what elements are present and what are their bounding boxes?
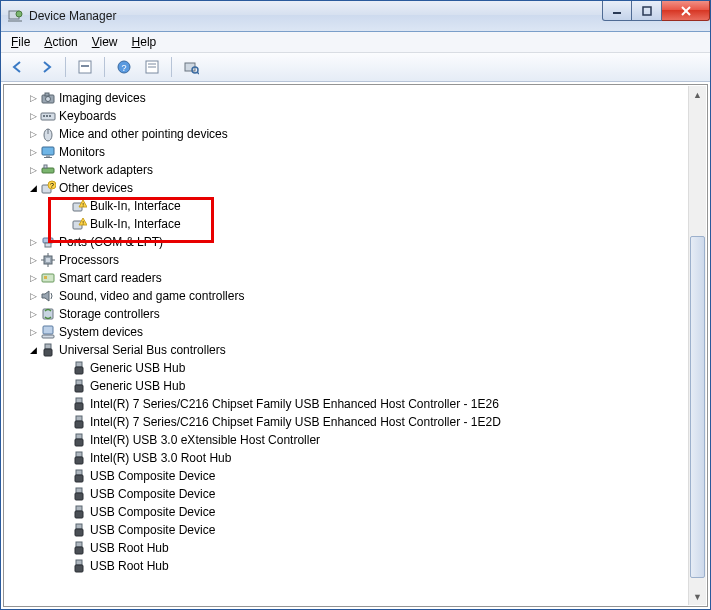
tree-item[interactable]: Bulk-In, Interface [8,215,689,233]
toolbar-separator [171,57,172,77]
tree-item-label: USB Composite Device [88,467,215,485]
usb-icon [70,522,88,538]
toolbar [1,53,710,82]
tree-item-label: Intel(R) USB 3.0 Root Hub [88,449,231,467]
menu-view[interactable]: View [86,34,124,50]
usb-icon [70,360,88,376]
tree-item-label: Bulk-In, Interface [88,197,181,215]
window-title: Device Manager [29,9,116,23]
menu-help[interactable]: Help [126,34,163,50]
tree-category[interactable]: ▷Imaging devices [8,89,689,107]
tree-category[interactable]: ▷Smart card readers [8,269,689,287]
expand-collapse-icon[interactable]: ▷ [27,305,39,323]
tree-category[interactable]: ▷Storage controllers [8,305,689,323]
expand-collapse-icon[interactable]: ▷ [27,125,39,143]
scan-hardware-button[interactable] [178,55,204,79]
scroll-thumb[interactable] [690,236,705,578]
tree-item[interactable]: Intel(R) USB 3.0 eXtensible Host Control… [8,431,689,449]
tree-category[interactable]: ▷Keyboards [8,107,689,125]
usb-icon [70,450,88,466]
tree-category[interactable]: ▷Monitors [8,143,689,161]
tree-item-label: Ports (COM & LPT) [57,233,163,251]
close-button[interactable] [662,1,710,21]
tree-panel: ▷Imaging devices▷Keyboards▷Mice and othe… [3,84,708,607]
tree-item[interactable]: USB Root Hub [8,557,689,575]
expand-collapse-icon[interactable]: ▷ [27,233,39,251]
usb-icon [39,342,57,358]
tree-item-label: Network adapters [57,161,153,179]
usb-icon [70,540,88,556]
show-hidden-button[interactable] [72,55,98,79]
expand-collapse-icon[interactable]: ▷ [27,143,39,161]
tree-category[interactable]: ◢Universal Serial Bus controllers [8,341,689,359]
tree-item[interactable]: Intel(R) 7 Series/C216 Chipset Family US… [8,395,689,413]
tree-item[interactable]: Bulk-In, Interface [8,197,689,215]
tree-item-label: Smart card readers [57,269,162,287]
scroll-down-button[interactable]: ▼ [689,588,706,605]
tree-item-label: Storage controllers [57,305,160,323]
tree-category[interactable]: ▷Network adapters [8,161,689,179]
expand-collapse-icon[interactable]: ▷ [27,107,39,125]
tree-item[interactable]: USB Composite Device [8,485,689,503]
properties-button[interactable] [139,55,165,79]
titlebar[interactable]: Device Manager [1,1,710,32]
tree-item[interactable]: USB Composite Device [8,503,689,521]
tree-category[interactable]: ▷System devices [8,323,689,341]
tree-category[interactable]: ▷Sound, video and game controllers [8,287,689,305]
expand-collapse-icon[interactable]: ◢ [27,179,39,197]
expand-collapse-icon[interactable]: ▷ [27,89,39,107]
tree-item[interactable]: USB Root Hub [8,539,689,557]
svg-rect-50 [643,7,651,15]
warning-icon [70,198,88,214]
tree-category[interactable]: ▷Ports (COM & LPT) [8,233,689,251]
tree-item-label: Intel(R) USB 3.0 eXtensible Host Control… [88,431,320,449]
menu-action[interactable]: Action [38,34,83,50]
camera-icon [39,90,57,106]
scroll-up-button[interactable]: ▲ [689,86,706,103]
expand-collapse-icon[interactable]: ◢ [27,341,39,359]
tree-item[interactable]: USB Composite Device [8,521,689,539]
smartcard-icon [39,270,57,286]
tree-item-label: Imaging devices [57,89,146,107]
device-tree[interactable]: ▷Imaging devices▷Keyboards▷Mice and othe… [4,85,689,606]
app-icon [7,8,23,24]
tree-item[interactable]: Intel(R) USB 3.0 Root Hub [8,449,689,467]
tree-item-label: Sound, video and game controllers [57,287,244,305]
tree-item-label: Other devices [57,179,133,197]
expand-collapse-icon[interactable]: ▷ [27,251,39,269]
tree-category[interactable]: ▷Mice and other pointing devices [8,125,689,143]
usb-icon [70,468,88,484]
tree-item-label: Processors [57,251,119,269]
tree-item[interactable]: Generic USB Hub [8,377,689,395]
ports-icon [39,234,57,250]
minimize-button[interactable] [602,1,632,21]
maximize-button[interactable] [632,1,662,21]
tree-item[interactable]: Intel(R) 7 Series/C216 Chipset Family US… [8,413,689,431]
tree-category[interactable]: ▷Processors [8,251,689,269]
scrollbar[interactable]: ▲ ▼ [688,86,706,605]
expand-collapse-icon[interactable]: ▷ [27,269,39,287]
expand-collapse-icon[interactable]: ▷ [27,161,39,179]
tree-item-label: Bulk-In, Interface [88,215,181,233]
tree-item[interactable]: USB Composite Device [8,467,689,485]
tree-item[interactable]: Generic USB Hub [8,359,689,377]
cpu-icon [39,252,57,268]
sound-icon [39,288,57,304]
tree-item-label: USB Composite Device [88,485,215,503]
back-button[interactable] [5,55,31,79]
tree-item-label: System devices [57,323,143,341]
expand-collapse-icon[interactable]: ▷ [27,287,39,305]
help-button[interactable] [111,55,137,79]
network-icon [39,162,57,178]
other-icon [39,180,57,196]
tree-item-label: Monitors [57,143,105,161]
usb-icon [70,486,88,502]
tree-item-label: Mice and other pointing devices [57,125,228,143]
menu-file[interactable]: File [5,34,36,50]
tree-category[interactable]: ◢Other devices [8,179,689,197]
usb-icon [70,414,88,430]
expand-collapse-icon[interactable]: ▷ [27,323,39,341]
menubar: File Action View Help [1,32,710,53]
forward-button[interactable] [33,55,59,79]
mouse-icon [39,126,57,142]
